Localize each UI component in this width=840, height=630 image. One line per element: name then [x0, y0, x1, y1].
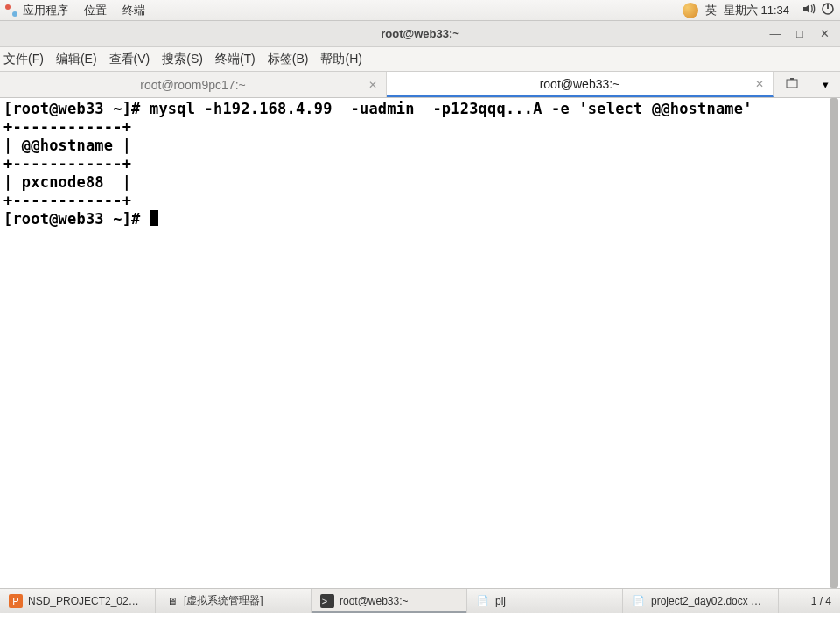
task-virt-manager[interactable]: 🖥 [虚拟系统管理器] [156, 589, 312, 612]
tab-label: root@room9pc17:~ [140, 78, 245, 92]
tab-web33[interactable]: root@web33:~ ✕ [387, 72, 774, 97]
window-minimize-button[interactable]: — [766, 24, 784, 42]
tab-extras: ▾ [774, 72, 840, 97]
tab-close-icon[interactable]: ✕ [368, 79, 377, 91]
tab-close-icon[interactable]: ✕ [755, 78, 764, 90]
task-plj[interactable]: 📄 plj [467, 589, 623, 612]
terminal-viewport[interactable]: [root@web33 ~]# mysql -h192.168.4.99 -ua… [0, 98, 840, 588]
menu-file[interactable]: 文件(F) [4, 52, 44, 67]
new-tab-icon[interactable] [786, 77, 800, 92]
app-menubar: 文件(F) 编辑(E) 查看(V) 搜索(S) 终端(T) 标签(B) 帮助(H… [0, 47, 840, 72]
monitor-icon: 🖥 [164, 594, 178, 608]
terminal-tabs: root@room9pc17:~ ✕ root@web33:~ ✕ ▾ [0, 72, 840, 98]
document-icon: 📄 [476, 594, 490, 608]
menu-tabs[interactable]: 标签(B) [268, 52, 309, 67]
distro-logo-icon [5, 4, 18, 17]
term-line: +------------+ [4, 192, 131, 209]
document-icon: 📄 [632, 594, 646, 608]
svg-rect-3 [790, 78, 794, 80]
term-line: [root@web33 ~]# mysql -h192.168.4.99 -ua… [4, 100, 752, 117]
svg-rect-2 [787, 80, 797, 88]
sysmenu-applications[interactable]: 应用程序 [23, 3, 68, 18]
task-label: NSD_PROJECT2_02.pp… [28, 595, 142, 607]
window-maximize-button[interactable]: □ [791, 24, 808, 42]
clock[interactable]: 星期六 11:34 [724, 3, 789, 18]
menu-help[interactable]: 帮助(H) [320, 52, 361, 67]
task-project2-doc[interactable]: 📄 project2_day02.docx - … [623, 589, 779, 612]
workspace-pager[interactable]: 1 / 4 [802, 589, 840, 612]
term-line: +------------+ [4, 118, 131, 136]
taskbar: P NSD_PROJECT2_02.pp… 🖥 [虚拟系统管理器] >_ roo… [0, 588, 840, 612]
ime-language[interactable]: 英 [705, 3, 717, 18]
tab-menu-chevron-icon[interactable]: ▾ [822, 78, 829, 91]
terminal-scrollbar[interactable] [830, 98, 838, 588]
sysmenu-places[interactable]: 位置 [84, 3, 107, 18]
terminal-cursor [150, 210, 158, 226]
tab-label: root@web33:~ [540, 77, 620, 91]
power-icon[interactable] [821, 2, 835, 18]
task-terminal[interactable]: >_ root@web33:~ [312, 589, 467, 612]
task-label: plj [495, 595, 506, 607]
term-line: [root@web33 ~]# [4, 210, 150, 228]
menu-search[interactable]: 搜索(S) [162, 52, 203, 67]
menu-edit[interactable]: 编辑(E) [56, 52, 97, 67]
term-line: | @@hostname | [4, 136, 131, 154]
scrollbar-thumb[interactable] [830, 98, 838, 588]
volume-icon[interactable] [802, 2, 816, 18]
term-line: +------------+ [4, 155, 131, 172]
sysmenu-terminal[interactable]: 终端 [122, 3, 145, 18]
terminal-app-icon: >_ [320, 594, 334, 608]
tab-room9pc17[interactable]: root@room9pc17:~ ✕ [0, 72, 387, 97]
ime-indicator-icon[interactable] [682, 3, 698, 18]
task-label: project2_day02.docx - … [651, 595, 765, 607]
term-line: | pxcnode88 | [4, 173, 131, 191]
menu-view[interactable]: 查看(V) [109, 52, 150, 67]
window-title: root@web33:~ [381, 27, 459, 40]
task-label: [虚拟系统管理器] [184, 593, 263, 608]
presentation-app-icon: P [9, 594, 23, 608]
system-top-bar: 应用程序 位置 终端 英 星期六 11:34 [0, 0, 840, 21]
window-close-button[interactable]: ✕ [816, 24, 833, 42]
task-nsd-project[interactable]: P NSD_PROJECT2_02.pp… [0, 589, 156, 612]
task-label: root@web33:~ [340, 595, 409, 607]
menu-terminal[interactable]: 终端(T) [215, 52, 256, 67]
window-titlebar: root@web33:~ — □ ✕ [0, 21, 840, 47]
